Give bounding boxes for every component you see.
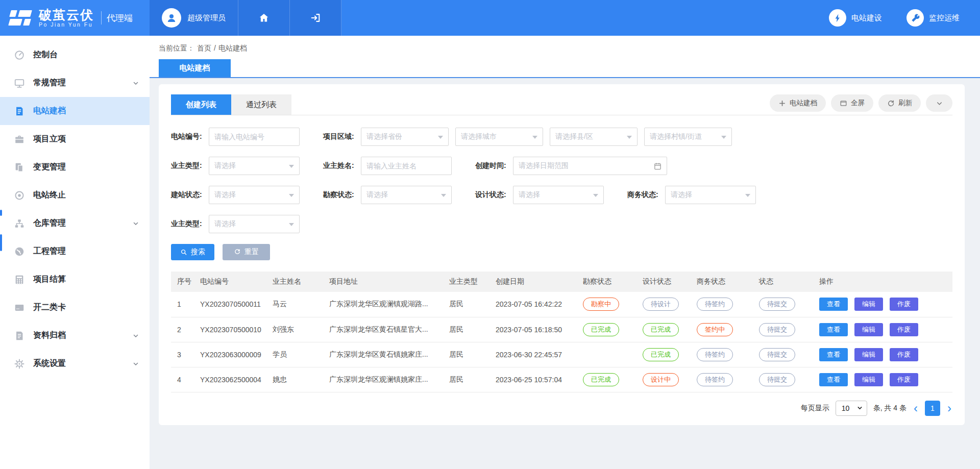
void-row-button[interactable]: 作废 — [890, 323, 918, 336]
current-user-button[interactable]: 超级管理员 — [150, 0, 238, 36]
sidebar-scrollbar-thumb[interactable] — [0, 210, 2, 216]
county-select[interactable]: 请选择县/区 — [550, 128, 638, 146]
edit-row-button[interactable]: 编辑 — [854, 348, 883, 361]
design-status-select[interactable]: 请选择 — [513, 186, 604, 204]
calculator-icon — [13, 274, 26, 286]
status-badge: 已完成 — [643, 323, 679, 336]
sidebar-item-station-termination[interactable]: 电站终止 — [0, 181, 150, 209]
business-status-cell: 待签约 — [691, 367, 753, 392]
actions-cell: 查看编辑作废 — [813, 317, 952, 342]
breadcrumb-prefix: 当前位置： — [159, 44, 194, 53]
chevron-down-icon — [132, 80, 139, 87]
fullscreen-button[interactable]: 全屏 — [831, 94, 873, 112]
column-header: 设计状态 — [636, 271, 691, 292]
design-status-field: 设计状态:请选择 — [475, 186, 604, 204]
owner-type-2-select[interactable]: 请选择 — [209, 215, 300, 233]
owner-name-input[interactable] — [361, 157, 452, 175]
status-badge: 待签约 — [697, 298, 733, 311]
void-row-button[interactable]: 作废 — [890, 298, 918, 311]
collapse-button[interactable] — [926, 94, 952, 112]
station-archive-panel: 创建列表 通过列表 电站建档 全屏 — [159, 84, 965, 425]
page-tab-station-archive[interactable]: 电站建档 — [159, 59, 231, 77]
station-code-label: 电站编号: — [171, 132, 204, 141]
per-page-select[interactable]: 10 — [836, 401, 867, 416]
sidebar-item-change-mgmt[interactable]: 变更管理 — [0, 153, 150, 181]
status-status-cell: 待提交 — [753, 367, 813, 392]
city-select[interactable]: 请选择城市 — [455, 128, 543, 146]
void-row-button[interactable]: 作废 — [890, 348, 918, 361]
status-badge: 签约中 — [697, 323, 733, 336]
add-station-button[interactable]: 电站建档 — [770, 94, 826, 112]
column-header: 项目地址 — [323, 271, 443, 292]
caret-down-icon — [438, 136, 443, 139]
sidebar-item-general-mgmt[interactable]: 常规管理 — [0, 69, 150, 97]
edit-row-button[interactable]: 编辑 — [854, 298, 883, 311]
status-badge: 设计中 — [643, 373, 679, 386]
breadcrumb-current: 电站建档 — [218, 44, 247, 53]
breadcrumb-bar: 当前位置： 首页 / 电站建档 电站建档 — [150, 36, 980, 78]
breadcrumb-home-link[interactable]: 首页 — [197, 44, 211, 53]
next-page-button[interactable]: › — [946, 402, 952, 414]
edit-row-button[interactable]: 编辑 — [854, 373, 883, 386]
void-row-button[interactable]: 作废 — [890, 373, 918, 386]
sidebar-item-project-settlement[interactable]: 项目结算 — [0, 265, 150, 293]
column-header: 状态 — [753, 271, 813, 292]
tab-create-list[interactable]: 创建列表 — [171, 94, 231, 115]
view-row-button[interactable]: 查看 — [819, 348, 848, 361]
no-cell: 1 — [171, 292, 194, 317]
build-status-select[interactable]: 请选择 — [209, 186, 300, 204]
sidebar-item-warehouse-mgmt[interactable]: 仓库管理 — [0, 209, 150, 237]
town-select[interactable]: 请选择村镇/街道 — [644, 128, 732, 146]
status-badge: 已完成 — [583, 323, 619, 336]
prev-page-button[interactable]: ‹ — [913, 402, 919, 414]
caret-down-icon — [627, 136, 632, 139]
sidebar-scrollbar-thumb[interactable] — [0, 234, 2, 251]
sidebar-item-project-initiation[interactable]: 项目立项 — [0, 125, 150, 153]
station-code-input[interactable] — [209, 128, 300, 146]
caret-down-icon — [441, 194, 446, 197]
view-row-button[interactable]: 查看 — [819, 323, 848, 336]
create-time-range-input[interactable]: 请选择日期范围 — [513, 157, 667, 175]
status-badge: 待提交 — [759, 323, 795, 336]
logout-button[interactable] — [290, 0, 341, 36]
breadcrumb-separator: / — [214, 44, 216, 53]
tab-passed-list[interactable]: 通过列表 — [231, 94, 291, 115]
owner-type-select[interactable]: 请选择 — [209, 157, 300, 175]
address-cell: 广东深圳龙华区黄石镇星官大... — [323, 317, 443, 342]
status-badge: 待签约 — [697, 348, 733, 361]
brand-logo-block[interactable]: 破茧云伏 Po Jian Yun Fu 代理端 — [0, 0, 150, 36]
refresh-icon — [887, 100, 895, 107]
sidebar-item-open-class2-card[interactable]: 开二类卡 — [0, 293, 150, 322]
province-select[interactable]: 请选择省份 — [361, 128, 449, 146]
header-right-actions: 电站建设 监控运维 — [829, 0, 960, 36]
sidebar-item-engineering-mgmt[interactable]: 工程管理 — [0, 237, 150, 265]
business-status-select[interactable]: 请选择 — [665, 186, 756, 204]
monitor-ops-action[interactable]: 监控运维 — [906, 9, 960, 27]
code-cell: YX2023070500011 — [194, 292, 266, 317]
home-button[interactable] — [238, 0, 290, 36]
status-badge: 待设计 — [643, 298, 679, 311]
view-row-button[interactable]: 查看 — [819, 298, 848, 311]
station-build-action[interactable]: 电站建设 — [829, 9, 882, 27]
fullscreen-icon — [840, 100, 847, 107]
search-icon — [180, 249, 187, 256]
chevron-down-icon — [936, 100, 943, 107]
owner-type-2-label: 业主类型: — [171, 219, 204, 229]
sidebar-item-system-settings[interactable]: 系统设置 — [0, 350, 150, 378]
caret-down-icon — [532, 136, 537, 139]
avatar — [162, 8, 181, 28]
edit-row-button[interactable]: 编辑 — [854, 323, 883, 336]
sidebar-item-data-archive[interactable]: 资料归档 — [0, 322, 150, 350]
status-badge: 已完成 — [643, 348, 679, 361]
sidebar-item-console[interactable]: 控制台 — [0, 41, 150, 69]
page-number-button[interactable]: 1 — [925, 401, 940, 416]
view-row-button[interactable]: 查看 — [819, 373, 848, 386]
reset-button[interactable]: 重置 — [223, 244, 270, 260]
design-status-cell: 待设计 — [636, 292, 691, 317]
per-page-label: 每页显示 — [801, 404, 829, 413]
search-button[interactable]: 搜索 — [171, 244, 214, 260]
wrench-icon — [906, 9, 924, 27]
refresh-button[interactable]: 刷新 — [878, 94, 921, 112]
sidebar-item-station-archive[interactable]: 电站建档 — [0, 97, 150, 125]
survey-status-select[interactable]: 请选择 — [361, 186, 452, 204]
